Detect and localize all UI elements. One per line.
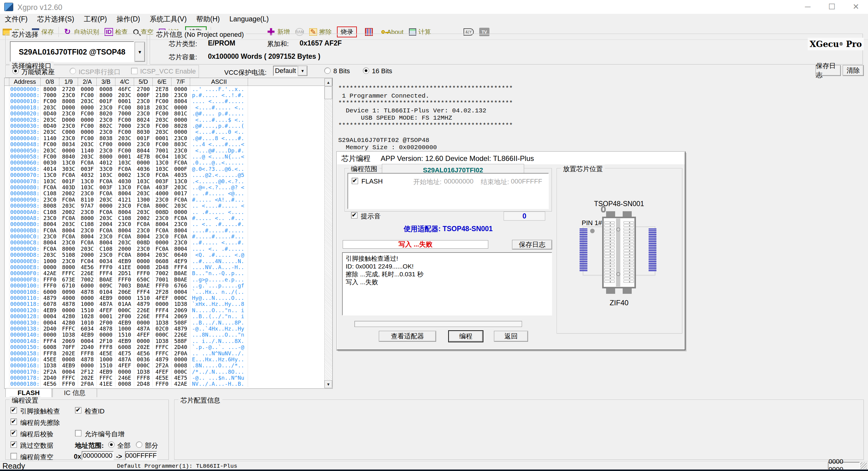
hex-cell[interactable]: FC0A <box>116 166 134 172</box>
scroll-up-icon[interactable]: ▲ <box>324 78 332 86</box>
hex-cell[interactable]: 4879 <box>172 325 190 332</box>
menu-item[interactable]: Language(L) <box>224 14 273 24</box>
hex-cell[interactable]: 8008 <box>41 202 59 209</box>
hex-cell[interactable]: 203C <box>97 215 116 221</box>
hex-cell[interactable]: 202E <box>59 350 78 356</box>
dialog-title-bar[interactable]: 芯片编程 APP Version: 12.60 Device Model: TL… <box>337 152 685 165</box>
hex-cell[interactable]: B0AE <box>97 276 116 282</box>
hex-cell[interactable]: FC0A <box>116 252 134 258</box>
hex-cell[interactable]: 2069 <box>172 313 190 319</box>
hex-cell[interactable]: 23C0 <box>172 92 190 98</box>
hex-cell[interactable]: 8004 <box>172 98 190 104</box>
hex-cell[interactable]: 1510 <box>134 295 153 301</box>
blank-before-checkbox[interactable] <box>10 453 17 459</box>
flash-checkbox[interactable] <box>352 178 358 184</box>
hex-cell[interactable]: 23C0 <box>134 98 153 104</box>
hex-cell[interactable]: 103C <box>116 160 134 166</box>
hex-cell[interactable]: FC00 <box>116 117 134 123</box>
hex-cell[interactable]: FC0A <box>172 160 190 166</box>
hex-cell[interactable]: 4879 <box>134 301 153 307</box>
hex-cell[interactable]: 0000 <box>41 264 59 270</box>
hex-cell[interactable]: 0000 <box>172 356 190 362</box>
hex-cell[interactable]: 206E <box>116 289 134 295</box>
hex-cell[interactable]: 487A <box>116 356 134 362</box>
hex-cell[interactable]: FC04 <box>78 258 97 264</box>
hex-cell[interactable]: 0017 <box>172 190 190 196</box>
hex-cell[interactable]: 0000 <box>97 202 116 209</box>
hex-cell[interactable]: 487A <box>97 301 116 307</box>
hex-cell[interactable]: 4280 <box>59 319 78 325</box>
view-adapter-button[interactable]: 查看适配器 <box>379 331 436 342</box>
hex-cell[interactable]: 1510 <box>97 363 116 369</box>
hex-cell[interactable]: FC00 <box>153 141 172 147</box>
menu-item[interactable]: 芯片选择(S) <box>32 14 79 24</box>
hex-cell[interactable]: 23C0 <box>59 92 78 98</box>
hex-cell[interactable]: 1010 <box>78 319 97 325</box>
hex-cell[interactable]: 6766 <box>172 283 190 289</box>
hex-cell[interactable]: 8004 <box>172 227 190 233</box>
hex-cell[interactable]: 203C <box>59 202 78 209</box>
hex-cell[interactable]: FFF4 <box>153 307 172 313</box>
hex-cell[interactable]: 97A7 <box>78 202 97 209</box>
hex-cell[interactable]: 1D38 <box>172 301 190 307</box>
hex-cell[interactable]: 803C <box>172 141 190 147</box>
hex-cell[interactable]: 203C <box>134 209 153 215</box>
hex-cell[interactable]: 8020 <box>97 111 116 117</box>
hex-cell[interactable]: D000 <box>59 104 78 110</box>
hex-cell[interactable]: 1000 <box>41 258 59 264</box>
hex-cell[interactable]: 0000 <box>172 117 190 123</box>
hex-cell[interactable]: FC0A <box>153 172 172 178</box>
hex-cell[interactable]: 13C0 <box>59 160 78 166</box>
hex-cell[interactable]: FC00 <box>78 111 97 117</box>
hex-cell[interactable]: 4878 <box>78 289 97 295</box>
hex-cell[interactable]: 1D38 <box>59 332 78 338</box>
menu-item[interactable]: 文件(F) <box>0 14 32 24</box>
hex-cell[interactable]: 202E <box>78 375 97 381</box>
hex-cell[interactable]: FC00 <box>153 111 172 117</box>
menu-item[interactable]: 系统工具(V) <box>145 14 192 24</box>
skip-blank-checkbox[interactable] <box>10 441 17 448</box>
hex-cell[interactable]: 2D40 <box>78 344 97 350</box>
hex-cell[interactable]: 8004 <box>134 252 153 258</box>
hex-cell[interactable]: 0000 <box>78 129 97 135</box>
tab-ic-info[interactable]: IC 信息 <box>53 388 97 397</box>
hex-cell[interactable]: 1510 <box>116 332 134 338</box>
hex-cell[interactable]: 4878 <box>59 301 78 307</box>
hex-cell[interactable]: FFF0 <box>59 381 78 387</box>
hex-cell[interactable]: 1D38 <box>153 319 172 325</box>
hex-cell[interactable]: 246E <box>116 375 134 381</box>
hex-cell[interactable]: 4012 <box>97 160 116 166</box>
hex-cell[interactable]: 41EE <box>116 264 134 270</box>
hex-cell[interactable]: 203C <box>153 117 172 123</box>
hex-cell[interactable]: 4879 <box>41 295 59 301</box>
hex-cell[interactable]: FC0A <box>97 178 116 184</box>
hex-cell[interactable]: FFF8 <box>41 350 59 356</box>
hex-cell[interactable]: FC0A <box>78 240 97 246</box>
hex-cell[interactable]: 0D40 <box>41 123 59 129</box>
addr-from-input[interactable]: 00000000 <box>82 451 114 460</box>
save-log-button-top[interactable]: 保存日志 <box>815 65 841 76</box>
hex-cell[interactable]: FC0A <box>134 221 153 227</box>
hex-cell[interactable]: 8004 <box>116 209 134 215</box>
chip-select-combobox[interactable]: S29AL016J70TFI02 @TSOP48 <box>10 41 134 62</box>
hex-cell[interactable]: 23C0 <box>59 111 78 117</box>
hex-cell[interactable]: 800C <box>153 202 172 209</box>
hex-cell[interactable]: 0001 <box>153 135 172 141</box>
hex-cell[interactable]: 1D38 <box>153 338 172 344</box>
hex-cell[interactable]: 2F0A <box>78 381 97 387</box>
hex-cell[interactable]: 0000 <box>116 295 134 301</box>
hex-cell[interactable]: 1300 <box>134 196 153 202</box>
hex-cell[interactable]: 000C <box>116 307 134 313</box>
hex-cell[interactable]: 23C0 <box>78 227 97 233</box>
hex-cell[interactable]: 0004 <box>78 338 97 344</box>
hex-cell[interactable]: 8018 <box>134 104 153 110</box>
hex-cell[interactable]: B0AE <box>172 270 190 276</box>
hex-cell[interactable]: 4EB9 <box>97 369 116 375</box>
hex-cell[interactable]: 203C <box>134 190 153 196</box>
hex-cell[interactable]: 23C0 <box>97 104 116 110</box>
universal-socket-radio[interactable] <box>12 68 19 74</box>
hex-cell[interactable]: 4E5E <box>153 375 172 381</box>
hex-cell[interactable]: 4FEF <box>153 369 172 375</box>
hex-cell[interactable]: 23C0 <box>134 246 153 252</box>
hex-cell[interactable]: 23C0 <box>97 252 116 258</box>
